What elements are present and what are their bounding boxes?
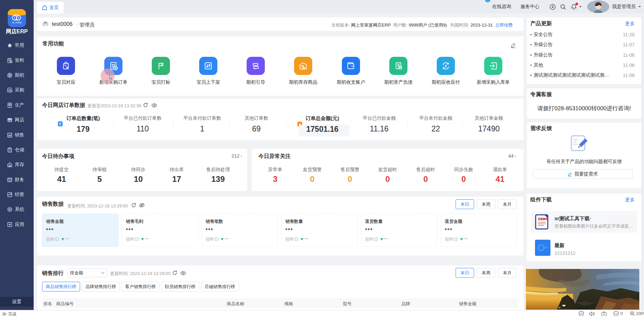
svg-text:网上管家婆: 网上管家婆	[12, 22, 22, 24]
svg-text:AD: AD	[615, 313, 618, 315]
svg-text:直播解析: 直播解析	[538, 218, 548, 221]
